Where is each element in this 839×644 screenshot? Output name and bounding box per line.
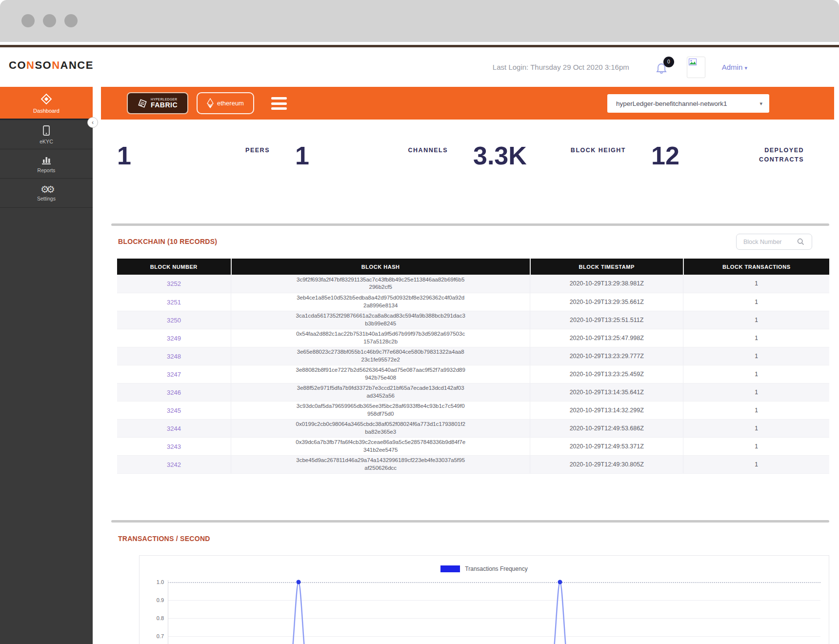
block-hash: 3cbe45d9ac267811d46a29a74a1432996189cf22… (296, 457, 465, 472)
sidebar-item-reports[interactable]: Reports (0, 149, 93, 179)
block-number-link[interactable]: 3248 (167, 353, 181, 360)
app-logo[interactable]: CONSONANCE (9, 59, 94, 72)
block-hash: 3ca1cda5617352f29876661a2ca8a8cad83c594f… (296, 312, 465, 327)
settings-icon: ⚙⚙ (40, 185, 52, 194)
stat-deployed-contracts: 12 DEPLOYED CONTRACTS (651, 143, 829, 223)
dashboard-icon (40, 92, 53, 106)
table-row: 3246 3e88f52e971f5dfa7b9fd3372b7e3ccd21b… (117, 383, 829, 401)
block-hash: 0x39dc6a7b3fb77fa6f4cb39c2ceae86a9a5c5e2… (296, 439, 465, 454)
window-controls (21, 14, 78, 27)
col-block-transactions: BLOCK TRANSACTIONS (683, 259, 829, 275)
block-transactions: 1 (683, 293, 829, 311)
network-select[interactable]: hyperLedger-benefitchannel-network1 ▾ (607, 94, 769, 113)
transactions-section-title: TRANSACTIONS / SECOND (118, 535, 210, 543)
table-row: 3252 3c9f2f693fa2f47bf83291135ac7c43fb8b… (117, 275, 829, 293)
block-hash: 3c9f2f693fa2f47bf83291135ac7c43fb8b49c25… (296, 276, 465, 291)
ethereum-icon (207, 98, 214, 109)
browser-window: CONSONANCE Last Login: Thursday 29 Oct 2… (0, 0, 839, 644)
sidebar-item-ekyc[interactable]: eKYC (0, 120, 93, 149)
legend-label: Transactions Frequency (465, 565, 527, 572)
block-timestamp: 2020-10-29T13:23:29.777Z (530, 347, 683, 365)
block-transactions: 1 (683, 401, 829, 419)
hamburger-icon (271, 97, 287, 100)
block-transactions: 1 (683, 383, 829, 401)
stat-label: PEERS (245, 146, 270, 155)
table-row: 3249 0x54faa2d882c1ac22b7531b40a1a9f5d67… (117, 329, 829, 347)
sidebar-item-dashboard[interactable]: Dashboard (0, 87, 93, 120)
window-control-dot[interactable] (21, 14, 35, 27)
chart-legend[interactable]: Transactions Frequency (140, 565, 829, 572)
reports-icon (40, 155, 52, 165)
block-timestamp: 2020-10-29T13:29:38.981Z (530, 275, 683, 293)
table-row: 3244 0x0199c2cb0c98064a3465cbdc38af052f0… (117, 419, 829, 437)
block-timestamp: 2020-10-29T12:49:53.686Z (530, 419, 683, 437)
y-axis-tick: 0.7 (146, 632, 164, 640)
table-header-row: BLOCK NUMBER BLOCK HASH BLOCK TIMESTAMP … (117, 259, 829, 275)
hyperledger-fabric-button[interactable]: HYPERLEDGER FABRIC (127, 92, 188, 114)
stat-label: BLOCK HEIGHT (571, 146, 626, 155)
block-number-search (736, 234, 812, 250)
chevron-left-icon: ‹ (92, 119, 94, 126)
block-hash: 3eb4ce1a85e10d532b5edba8a42d975d0932bf8e… (296, 294, 465, 309)
sidebar-item-label: Reports (38, 167, 56, 173)
block-hash: 3c93dc0af5da79659965db365ee3f5bc28af6933… (296, 402, 465, 418)
ethereum-button[interactable]: ethereum (197, 92, 254, 114)
network-select-value: hyperLedger-benefitchannel-network1 (616, 100, 759, 107)
window-control-dot[interactable] (64, 14, 78, 27)
logo-text: ANCE (60, 59, 94, 71)
chart-series-spikes (168, 579, 821, 644)
block-transactions: 1 (683, 329, 829, 347)
sidebar-item-settings[interactable]: ⚙⚙ Settings (0, 179, 93, 208)
block-number-link[interactable]: 3242 (167, 461, 181, 468)
block-number-link[interactable]: 3244 (167, 425, 181, 432)
ethereum-button-label: ethereum (217, 100, 244, 107)
block-transactions: 1 (683, 365, 829, 383)
sidebar-item-label: Dashboard (33, 108, 60, 114)
table-row: 3247 3e88082b8f91ce7227b2d5626364540ad75… (117, 365, 829, 383)
block-transactions: 1 (683, 347, 829, 365)
logo-text: CO (9, 59, 26, 71)
y-axis-tick: 0.9 (146, 596, 164, 604)
stat-value: 3.3K (473, 143, 527, 168)
sidebar-item-label: Settings (37, 196, 56, 201)
table-row: 3251 3eb4ce1a85e10d532b5edba8a42d975d093… (117, 293, 829, 311)
sidebar: Dashboard eKYC Reports ⚙⚙ Settings (0, 87, 93, 644)
main-content: HYPERLEDGER FABRIC ethereum hyperLedger-… (101, 0, 834, 644)
block-hash: 3e65e88023c2738bf055b1c46b9c7f7e6804ce58… (296, 348, 465, 363)
window-control-dot[interactable] (43, 14, 56, 27)
stat-channels: 1 CHANNELS (295, 143, 473, 223)
block-number-link[interactable]: 3246 (167, 389, 181, 396)
table-row: 3250 3ca1cda5617352f29876661a2ca8a8cad83… (117, 311, 829, 329)
search-icon[interactable] (797, 238, 804, 245)
block-transactions: 1 (683, 275, 829, 293)
search-input[interactable] (742, 238, 797, 246)
block-timestamp: 2020-10-29T13:25:47.998Z (530, 329, 683, 347)
menu-toggle-button[interactable] (271, 97, 287, 110)
block-number-link[interactable]: 3251 (167, 299, 181, 306)
chevron-down-icon: ▾ (759, 101, 762, 107)
section-divider (111, 223, 829, 226)
stat-label: DEPLOYED CONTRACTS (745, 146, 804, 164)
block-timestamp: 2020-10-29T12:49:30.805Z (530, 455, 683, 473)
block-number-link[interactable]: 3245 (167, 407, 181, 414)
stat-value: 1 (295, 143, 309, 168)
blocks-table: BLOCK NUMBER BLOCK HASH BLOCK TIMESTAMP … (117, 259, 829, 474)
block-number-link[interactable]: 3249 (167, 335, 181, 342)
block-timestamp: 2020-10-29T13:29:35.661Z (530, 293, 683, 311)
block-transactions: 1 (683, 419, 829, 437)
sidebar-collapse-toggle[interactable]: ‹ (87, 117, 98, 128)
fabric-logo-icon (138, 99, 147, 108)
transactions-chart: Transactions Frequency 1.0 0.9 0.8 0.7 (139, 555, 829, 644)
col-block-timestamp: BLOCK TIMESTAMP (530, 259, 683, 275)
logo-text-accent: N (26, 59, 35, 71)
block-number-link[interactable]: 3252 (167, 280, 181, 287)
block-number-link[interactable]: 3247 (167, 371, 181, 378)
block-hash: 3e88f52e971f5dfa7b9fd3372b7e3ccd21bf65a7… (296, 384, 465, 400)
stat-value: 1 (117, 143, 131, 168)
block-hash: 0x0199c2cb0c98064a3465cbdc38af052f08024f… (296, 421, 465, 436)
table-row: 3242 3cbe45d9ac267811d46a29a74a143299618… (117, 455, 829, 473)
block-timestamp: 2020-10-29T13:25:51.511Z (530, 311, 683, 329)
block-number-link[interactable]: 3243 (167, 443, 181, 450)
block-timestamp: 2020-10-29T13:23:25.459Z (530, 365, 683, 383)
block-number-link[interactable]: 3250 (167, 317, 181, 324)
